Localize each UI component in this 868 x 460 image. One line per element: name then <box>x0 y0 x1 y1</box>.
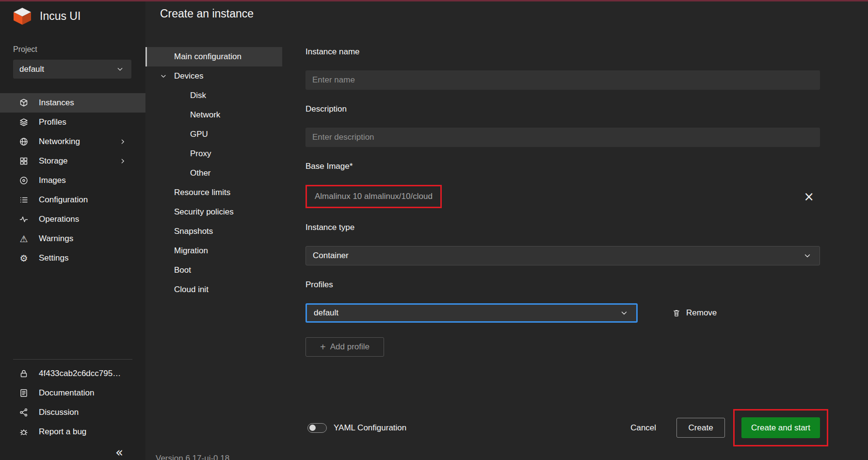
incus-logo-icon <box>12 7 33 25</box>
app-title: Incus UI <box>40 10 80 23</box>
form-nav-label: Other <box>190 168 211 178</box>
project-label: Project <box>13 45 131 54</box>
sidebar-item-discussion[interactable]: Discussion <box>0 403 145 422</box>
toggle-knob <box>309 425 316 431</box>
sidebar-item-settings[interactable]: ⚙ Settings <box>0 248 145 268</box>
profiles-icon <box>18 117 29 127</box>
description-label: Description <box>305 104 820 114</box>
instance-type-select[interactable]: Container <box>305 246 820 265</box>
remove-profile-label: Remove <box>686 308 717 318</box>
form-nav-gpu[interactable]: GPU <box>145 125 282 144</box>
sidebar-item-label: Storage <box>39 156 68 166</box>
form-nav-security-policies[interactable]: Security policies <box>145 202 282 222</box>
sidebar-item-storage[interactable]: Storage <box>0 151 145 171</box>
sidebar-item-images[interactable]: Images <box>0 171 145 190</box>
share-icon <box>18 408 29 417</box>
cancel-button[interactable]: Cancel <box>626 418 661 438</box>
form-content: Instance name Description Base Image* Al… <box>305 47 820 371</box>
app-logo: Incus UI <box>0 1 145 26</box>
sidebar-item-operations[interactable]: Operations <box>0 210 145 229</box>
sidebar-item-label: Images <box>39 176 66 185</box>
sidebar: Incus UI Project default Instances <box>0 1 145 460</box>
sidebar-item-warnings[interactable]: ⚠ Warnings <box>0 229 145 248</box>
instance-name-input[interactable] <box>305 70 820 90</box>
profiles-select-value: default <box>314 308 338 318</box>
form-nav-label: Resource limits <box>174 188 230 197</box>
add-profile-label: Add profile <box>330 342 370 352</box>
version-text: Version 6.17-ui-0.18 <box>156 454 229 460</box>
form-footer: YAML Configuration Cancel Create Create … <box>307 409 828 446</box>
yaml-config-label: YAML Configuration <box>334 423 406 433</box>
form-nav-label: Cloud init <box>174 285 209 295</box>
chevron-down-icon <box>158 73 169 80</box>
description-input[interactable] <box>305 128 820 147</box>
sidebar-item-configuration[interactable]: Configuration <box>0 190 145 210</box>
main-body: Main configuration Devices Disk Network … <box>145 47 868 371</box>
form-nav-disk[interactable]: Disk <box>145 86 282 105</box>
annotation-box-base-image: Almalinux 10 almalinux/10/cloud <box>305 185 442 208</box>
instance-type-label: Instance type <box>305 223 820 232</box>
warning-icon: ⚠ <box>18 234 29 244</box>
sidebar-item-documentation[interactable]: Documentation <box>0 383 145 403</box>
instance-type-value: Container <box>313 251 349 261</box>
base-image-label: Base Image* <box>305 162 820 171</box>
project-section: Project default <box>0 45 145 79</box>
trash-icon <box>671 309 682 317</box>
form-nav-label: Proxy <box>190 149 211 159</box>
gear-icon: ⚙ <box>18 254 29 263</box>
form-nav-main-configuration[interactable]: Main configuration <box>145 47 282 66</box>
sidebar-item-certificate[interactable]: 4f433cab2c6dcc795… <box>0 364 145 383</box>
operations-icon <box>18 214 29 224</box>
base-image-value: Almalinux 10 almalinux/10/cloud <box>315 192 433 201</box>
chevron-right-icon <box>117 138 128 145</box>
form-nav-migration[interactable]: Migration <box>145 241 282 261</box>
networking-icon <box>18 137 29 147</box>
form-nav-cloud-init[interactable]: Cloud init <box>145 280 282 299</box>
bug-icon <box>18 427 29 437</box>
sidebar-item-label: Profiles <box>39 117 66 127</box>
sidebar-item-report-bug[interactable]: Report a bug <box>0 422 145 442</box>
form-nav-boot[interactable]: Boot <box>145 261 282 280</box>
sidebar-item-label: Discussion <box>39 408 79 417</box>
form-nav-resource-limits[interactable]: Resource limits <box>145 183 282 202</box>
sidebar-collapse-button[interactable]: « <box>113 445 126 459</box>
sidebar-item-label: Configuration <box>39 195 88 205</box>
form-nav-label: Boot <box>174 265 191 275</box>
sidebar-item-label: Instances <box>39 98 74 108</box>
form-nav-label: Disk <box>190 91 206 100</box>
remove-profile-button[interactable]: Remove <box>668 308 720 318</box>
chevron-down-icon <box>802 252 813 260</box>
yaml-config-toggle[interactable] <box>307 423 327 433</box>
form-nav-other[interactable]: Other <box>145 164 282 183</box>
sidebar-item-label: Operations <box>39 214 79 224</box>
sidebar-item-profiles[interactable]: Profiles <box>0 113 145 132</box>
sidebar-item-label: Warnings <box>39 234 73 244</box>
footer-actions: Cancel Create Create and start <box>626 409 828 446</box>
create-and-start-button[interactable]: Create and start <box>741 417 820 438</box>
add-profile-button[interactable]: + Add profile <box>305 337 384 357</box>
profiles-row: default Remove <box>305 303 820 323</box>
sidebar-item-instances[interactable]: Instances <box>0 93 145 113</box>
form-nav-proxy[interactable]: Proxy <box>145 144 282 164</box>
instance-type-field: Instance type Container <box>305 223 820 265</box>
form-nav-devices[interactable]: Devices <box>145 66 282 86</box>
profiles-select[interactable]: default <box>305 303 638 323</box>
main-panel: Create an instance Main configuration De… <box>145 1 868 460</box>
lock-icon <box>18 369 29 378</box>
form-nav-snapshots[interactable]: Snapshots <box>145 222 282 241</box>
form-nav-label: Security policies <box>174 207 234 217</box>
chevron-down-icon <box>619 309 629 317</box>
project-select-value: default <box>19 65 44 74</box>
images-icon <box>18 176 29 185</box>
create-button[interactable]: Create <box>676 418 725 438</box>
documentation-icon <box>18 388 29 398</box>
base-image-row: Almalinux 10 almalinux/10/cloud × <box>305 185 820 208</box>
sidebar-item-label: Settings <box>39 253 68 263</box>
description-field: Description <box>305 104 820 147</box>
project-select[interactable]: default <box>13 60 131 79</box>
close-icon[interactable]: × <box>801 190 817 203</box>
sidebar-item-networking[interactable]: Networking <box>0 132 145 151</box>
form-nav-network[interactable]: Network <box>145 105 282 125</box>
form-nav-label: Devices <box>174 71 203 81</box>
configuration-icon <box>18 195 29 205</box>
